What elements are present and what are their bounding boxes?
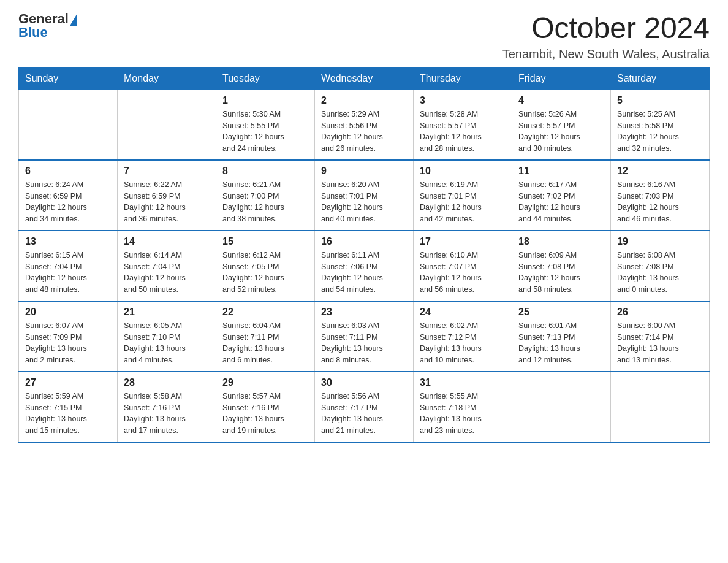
calendar-day-cell: 9Sunrise: 6:20 AM Sunset: 7:01 PM Daylig…	[315, 160, 414, 231]
calendar-day-cell	[512, 372, 611, 442]
calendar-table: SundayMondayTuesdayWednesdayThursdayFrid…	[18, 67, 710, 443]
calendar-day-cell: 23Sunrise: 6:03 AM Sunset: 7:11 PM Dayli…	[315, 301, 414, 372]
calendar-day-cell	[611, 372, 710, 442]
day-info: Sunrise: 6:09 AM Sunset: 7:08 PM Dayligh…	[518, 250, 604, 296]
weekday-header-sunday: Sunday	[19, 67, 118, 90]
day-info: Sunrise: 6:01 AM Sunset: 7:13 PM Dayligh…	[518, 320, 604, 366]
calendar-day-cell: 29Sunrise: 5:57 AM Sunset: 7:16 PM Dayli…	[216, 372, 315, 442]
calendar-day-cell: 25Sunrise: 6:01 AM Sunset: 7:13 PM Dayli…	[512, 301, 611, 372]
day-number: 27	[25, 377, 111, 388]
calendar-day-cell: 26Sunrise: 6:00 AM Sunset: 7:14 PM Dayli…	[611, 301, 710, 372]
calendar-week-row: 1Sunrise: 5:30 AM Sunset: 5:55 PM Daylig…	[19, 90, 710, 160]
calendar-day-cell: 30Sunrise: 5:56 AM Sunset: 7:17 PM Dayli…	[315, 372, 414, 442]
month-year-title: October 2024	[502, 12, 710, 45]
day-number: 5	[617, 95, 703, 106]
day-info: Sunrise: 5:56 AM Sunset: 7:17 PM Dayligh…	[321, 391, 407, 437]
calendar-header-row: SundayMondayTuesdayWednesdayThursdayFrid…	[19, 67, 710, 90]
calendar-week-row: 20Sunrise: 6:07 AM Sunset: 7:09 PM Dayli…	[19, 301, 710, 372]
calendar-day-cell: 1Sunrise: 5:30 AM Sunset: 5:55 PM Daylig…	[216, 90, 315, 160]
day-number: 8	[222, 166, 308, 177]
day-info: Sunrise: 6:08 AM Sunset: 7:08 PM Dayligh…	[617, 250, 703, 296]
calendar-day-cell: 8Sunrise: 6:21 AM Sunset: 7:00 PM Daylig…	[216, 160, 315, 231]
day-number: 21	[124, 307, 210, 318]
day-info: Sunrise: 5:55 AM Sunset: 7:18 PM Dayligh…	[420, 391, 506, 437]
day-info: Sunrise: 5:58 AM Sunset: 7:16 PM Dayligh…	[124, 391, 210, 437]
day-number: 31	[420, 377, 506, 388]
calendar-day-cell: 12Sunrise: 6:16 AM Sunset: 7:03 PM Dayli…	[611, 160, 710, 231]
day-number: 17	[420, 236, 506, 247]
day-number: 3	[420, 95, 506, 106]
calendar-day-cell: 11Sunrise: 6:17 AM Sunset: 7:02 PM Dayli…	[512, 160, 611, 231]
calendar-day-cell	[19, 90, 118, 160]
logo-triangle-icon	[70, 13, 77, 26]
day-info: Sunrise: 6:14 AM Sunset: 7:04 PM Dayligh…	[124, 250, 210, 296]
calendar-day-cell: 5Sunrise: 5:25 AM Sunset: 5:58 PM Daylig…	[611, 90, 710, 160]
title-block: October 2024 Tenambit, New South Wales, …	[502, 12, 710, 61]
day-info: Sunrise: 6:04 AM Sunset: 7:11 PM Dayligh…	[222, 320, 308, 366]
day-info: Sunrise: 5:29 AM Sunset: 5:56 PM Dayligh…	[321, 109, 407, 155]
calendar-day-cell: 18Sunrise: 6:09 AM Sunset: 7:08 PM Dayli…	[512, 231, 611, 301]
calendar-week-row: 13Sunrise: 6:15 AM Sunset: 7:04 PM Dayli…	[19, 231, 710, 301]
day-number: 14	[124, 236, 210, 247]
day-info: Sunrise: 5:30 AM Sunset: 5:55 PM Dayligh…	[222, 109, 308, 155]
calendar-day-cell: 3Sunrise: 5:28 AM Sunset: 5:57 PM Daylig…	[414, 90, 512, 160]
day-info: Sunrise: 6:19 AM Sunset: 7:01 PM Dayligh…	[420, 179, 506, 225]
day-number: 23	[321, 307, 407, 318]
day-number: 12	[617, 166, 703, 177]
calendar-day-cell: 17Sunrise: 6:10 AM Sunset: 7:07 PM Dayli…	[414, 231, 512, 301]
day-number: 15	[222, 236, 308, 247]
calendar-day-cell: 31Sunrise: 5:55 AM Sunset: 7:18 PM Dayli…	[414, 372, 512, 442]
calendar-day-cell: 6Sunrise: 6:24 AM Sunset: 6:59 PM Daylig…	[19, 160, 118, 231]
day-info: Sunrise: 6:05 AM Sunset: 7:10 PM Dayligh…	[124, 320, 210, 366]
day-info: Sunrise: 6:12 AM Sunset: 7:05 PM Dayligh…	[222, 250, 308, 296]
day-number: 25	[518, 307, 604, 318]
day-info: Sunrise: 6:07 AM Sunset: 7:09 PM Dayligh…	[25, 320, 111, 366]
calendar-day-cell: 20Sunrise: 6:07 AM Sunset: 7:09 PM Dayli…	[19, 301, 118, 372]
day-number: 11	[518, 166, 604, 177]
day-info: Sunrise: 6:22 AM Sunset: 6:59 PM Dayligh…	[124, 179, 210, 225]
day-info: Sunrise: 6:15 AM Sunset: 7:04 PM Dayligh…	[25, 250, 111, 296]
day-number: 16	[321, 236, 407, 247]
day-number: 19	[617, 236, 703, 247]
calendar-week-row: 6Sunrise: 6:24 AM Sunset: 6:59 PM Daylig…	[19, 160, 710, 231]
calendar-week-row: 27Sunrise: 5:59 AM Sunset: 7:15 PM Dayli…	[19, 372, 710, 442]
day-number: 24	[420, 307, 506, 318]
day-number: 18	[518, 236, 604, 247]
location-subtitle: Tenambit, New South Wales, Australia	[502, 47, 710, 61]
day-number: 10	[420, 166, 506, 177]
weekday-header-saturday: Saturday	[611, 67, 710, 90]
calendar-day-cell: 13Sunrise: 6:15 AM Sunset: 7:04 PM Dayli…	[19, 231, 118, 301]
calendar-day-cell: 4Sunrise: 5:26 AM Sunset: 5:57 PM Daylig…	[512, 90, 611, 160]
calendar-day-cell: 14Sunrise: 6:14 AM Sunset: 7:04 PM Dayli…	[118, 231, 216, 301]
page-header: General Blue October 2024 Tenambit, New …	[18, 12, 710, 61]
calendar-day-cell: 7Sunrise: 6:22 AM Sunset: 6:59 PM Daylig…	[118, 160, 216, 231]
calendar-day-cell: 21Sunrise: 6:05 AM Sunset: 7:10 PM Dayli…	[118, 301, 216, 372]
weekday-header-monday: Monday	[118, 67, 216, 90]
calendar-day-cell: 2Sunrise: 5:29 AM Sunset: 5:56 PM Daylig…	[315, 90, 414, 160]
calendar-day-cell: 28Sunrise: 5:58 AM Sunset: 7:16 PM Dayli…	[118, 372, 216, 442]
day-number: 9	[321, 166, 407, 177]
day-info: Sunrise: 5:25 AM Sunset: 5:58 PM Dayligh…	[617, 109, 703, 155]
logo-blue-text: Blue	[18, 25, 48, 40]
weekday-header-wednesday: Wednesday	[315, 67, 414, 90]
calendar-day-cell: 15Sunrise: 6:12 AM Sunset: 7:05 PM Dayli…	[216, 231, 315, 301]
day-number: 26	[617, 307, 703, 318]
day-info: Sunrise: 6:17 AM Sunset: 7:02 PM Dayligh…	[518, 179, 604, 225]
calendar-day-cell: 19Sunrise: 6:08 AM Sunset: 7:08 PM Dayli…	[611, 231, 710, 301]
day-number: 29	[222, 377, 308, 388]
day-number: 13	[25, 236, 111, 247]
calendar-day-cell	[118, 90, 216, 160]
day-number: 28	[124, 377, 210, 388]
day-number: 4	[518, 95, 604, 106]
day-number: 20	[25, 307, 111, 318]
day-info: Sunrise: 6:16 AM Sunset: 7:03 PM Dayligh…	[617, 179, 703, 225]
day-info: Sunrise: 6:03 AM Sunset: 7:11 PM Dayligh…	[321, 320, 407, 366]
calendar-day-cell: 24Sunrise: 6:02 AM Sunset: 7:12 PM Dayli…	[414, 301, 512, 372]
day-info: Sunrise: 5:26 AM Sunset: 5:57 PM Dayligh…	[518, 109, 604, 155]
day-number: 22	[222, 307, 308, 318]
day-info: Sunrise: 6:11 AM Sunset: 7:06 PM Dayligh…	[321, 250, 407, 296]
logo-general-text: General	[18, 12, 69, 26]
day-info: Sunrise: 6:21 AM Sunset: 7:00 PM Dayligh…	[222, 179, 308, 225]
logo: General Blue	[18, 12, 77, 39]
weekday-header-thursday: Thursday	[414, 67, 512, 90]
